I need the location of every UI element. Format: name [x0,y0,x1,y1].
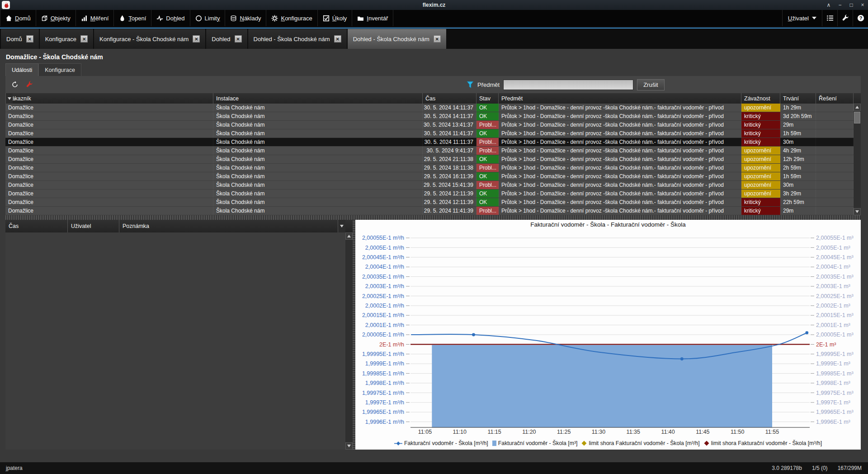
refresh-button[interactable] [10,80,20,90]
notes-scrollbar[interactable] [345,232,353,450]
close-button[interactable]: × [860,2,865,8]
cell-solution [816,181,854,189]
table-row[interactable]: DomažliceŠkola Chodské nám30. 5. 2024 13… [5,121,854,129]
cell-severity: upozornění [741,155,780,163]
close-icon[interactable]: ✕ [334,35,341,43]
scroll-down-icon[interactable] [854,208,861,215]
notes-column-header-cas[interactable]: Čas [5,220,68,232]
column-header-instalace[interactable]: Instalace [213,93,423,104]
close-icon[interactable]: ✕ [80,35,88,43]
table-row[interactable]: DomažliceŠkola Chodské nám29. 5. 2024 12… [5,190,854,198]
subject-filter-input[interactable] [503,80,633,90]
cell-subject: Průtok > 1hod - Domažlice - denní provoz… [499,138,741,146]
tools-menu-button[interactable] [837,10,853,26]
menu-item-naklady[interactable]: Náklady [225,10,266,26]
cell-duration: 3d 20h 59m [780,112,816,120]
maximize-button[interactable]: □ [849,2,854,8]
cell-time: 30. 5. 2024 11:11:37 [423,138,476,146]
table-row[interactable]: DomažliceŠkola Chodské nám29. 5. 2024 15… [5,181,854,190]
subtab-konfigurace[interactable]: Konfigurace [38,63,81,76]
scrollbar-thumb[interactable] [854,112,860,123]
column-header-predmet[interactable]: Předmět [499,93,741,104]
tab-3[interactable]: Dohled✕ [206,29,247,49]
menu-item-mereni[interactable]: Měření [76,10,114,26]
menu-item-inventar[interactable]: Inventář [352,10,393,26]
cell-severity: upozornění [741,181,780,189]
close-icon[interactable]: ✕ [434,35,441,43]
table-filter-icon[interactable] [5,93,13,104]
scroll-up-icon[interactable] [345,232,353,240]
subtabs: UdálostiKonfigurace [5,63,81,76]
table-row[interactable]: DomažliceŠkola Chodské nám29. 5. 2024 16… [5,172,854,181]
cell-customer: Domažlice [5,129,213,137]
table-row[interactable]: DomažliceŠkola Chodské nám29. 5. 2024 12… [5,198,854,207]
table-row[interactable]: DomažliceŠkola Chodské nám30. 5. 2024 14… [5,112,854,121]
table-row[interactable]: DomažliceŠkola Chodské nám30. 5. 2024 14… [5,104,854,112]
cell-subject: Průtok > 1hod - Domažlice - denní provoz… [499,207,741,215]
y-axis-label-right: 1,99985E-1 m³ [816,370,854,377]
status-username: jpatera [6,465,23,471]
notes-column-header-uzivatel[interactable]: Uživatel [68,220,119,232]
tab-5[interactable]: Dohled - Škola Chodské nám✕ [348,29,446,49]
menu-item-konfigurace[interactable]: Konfigurace [266,10,317,26]
cell-state: Probl... [476,147,499,155]
cancel-filter-button[interactable]: Zrušit [637,79,665,90]
horizontal-splitter[interactable] [5,215,861,220]
cell-installation: Škola Chodské nám [213,190,423,198]
cell-severity: upozornění [741,190,780,198]
column-header-trvani[interactable]: Trvání [780,93,816,104]
cell-customer: Domažlice [5,181,213,189]
menu-item-limity[interactable]: Limity [190,10,226,26]
user-menu[interactable]: Uživatel [782,10,822,26]
tab-4[interactable]: Dohled - Škola Chodské nám✕ [248,29,347,49]
table-row[interactable]: DomažliceŠkola Chodské nám29. 5. 2024 11… [5,207,854,215]
tab-1[interactable]: Konfigurace✕ [40,29,93,49]
cell-subject: Průtok > 1hod - Domažlice - denní provoz… [499,155,741,163]
table-row[interactable]: DomažliceŠkola Chodské nám29. 5. 2024 21… [5,155,854,164]
subject-filter: Předmět Zrušit [467,79,665,90]
menu-item-domu[interactable]: Domů [0,10,36,26]
drop-icon [119,15,126,22]
shade-button[interactable]: ∧ [826,2,831,8]
status-version: 3.0 289178b [772,465,802,471]
y-axis-label-left: 2,00025E-1 m³/h [362,293,404,299]
notes-column-header-poznamka[interactable]: Poznámka [119,220,338,232]
column-header-reseni[interactable]: Řešení [816,93,854,104]
cell-customer: Domažlice [5,164,213,172]
wrench-icon [842,14,849,22]
column-header-zakaznik[interactable]: Zákazník [5,93,213,104]
close-icon[interactable]: ✕ [235,35,242,43]
y-axis-label-right: 2,0004E-1 m³ [816,264,850,270]
menu-item-ukoly[interactable]: Úkoly [318,10,353,26]
tab-2[interactable]: Konfigurace - Škola Chodské nám✕ [94,29,205,49]
list-menu-button[interactable] [822,10,837,26]
events-panel: Předmět Zrušit ZákazníkInstalaceČasStavP… [5,76,861,450]
close-icon[interactable]: ✕ [193,35,200,43]
help-menu-button[interactable]: ? [853,10,868,26]
events-scrollbar[interactable] [854,104,861,215]
column-header-cas[interactable]: Čas [423,93,476,104]
scroll-down-icon[interactable] [345,442,353,450]
column-header-stav[interactable]: Stav [476,93,499,104]
close-icon[interactable]: ✕ [26,35,33,43]
subtab-události[interactable]: Události [5,63,38,76]
table-row[interactable]: DomažliceŠkola Chodské nám29. 5. 2024 18… [5,164,854,172]
scroll-up-icon[interactable] [854,104,861,111]
menu-item-topeni[interactable]: Topení [114,10,151,26]
menu-item-dohled[interactable]: Dohled [151,10,190,26]
minimize-button[interactable]: − [837,2,843,8]
cell-time: 30. 5. 2024 14:11:37 [423,112,476,120]
page-title: Domažlice - Škola Chodské nám [6,53,103,61]
table-row[interactable]: DomažliceŠkola Chodské nám30. 5. 2024 11… [5,129,854,138]
table-row[interactable]: DomažliceŠkola Chodské nám30. 5. 2024 9:… [5,147,854,155]
y-axis-label-left: 1,99985E-1 m³/h [362,370,404,377]
table-row[interactable]: DomažliceŠkola Chodské nám30. 5. 2024 11… [5,138,854,147]
menu-item-objekty[interactable]: Objekty [36,10,76,26]
notes-filter-icon[interactable] [338,220,345,232]
tab-label: Konfigurace [45,36,76,43]
flow-chart[interactable]: 2,00055E-1 m³/h2,00055E-1 m³2,0005E-1 m³… [355,229,861,438]
tab-0[interactable]: Domů✕ [1,29,39,49]
column-header-zavaznost[interactable]: Závažnost [741,93,780,104]
tools-button[interactable] [24,80,34,90]
x-axis-label: 11:30 [592,429,605,435]
